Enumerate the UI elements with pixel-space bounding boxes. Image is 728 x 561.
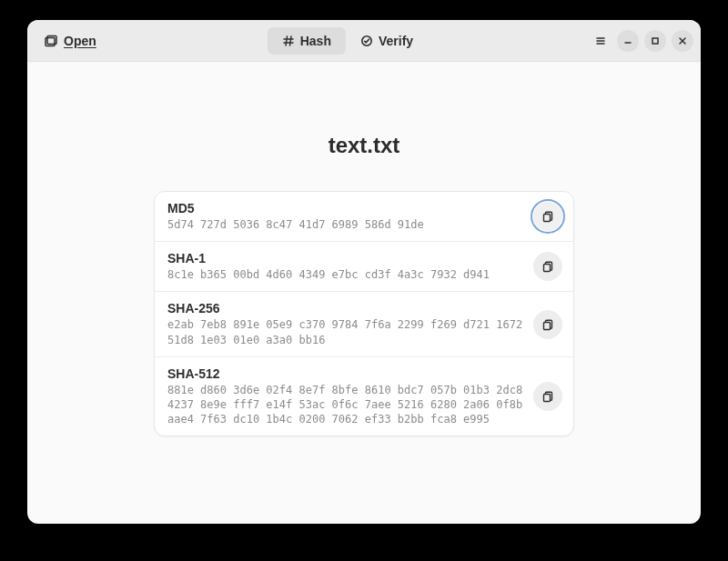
svg-rect-11 — [652, 38, 658, 44]
hash-row-sha256: SHA-256 e2ab 7eb8 891e 05e9 c370 9784 7f… — [155, 292, 573, 356]
copy-button-md5[interactable] — [533, 202, 562, 231]
tab-verify[interactable]: Verify — [346, 27, 428, 55]
menu-button[interactable] — [590, 30, 612, 52]
hash-row-sha512: SHA-512 881e d860 3d6e 02f4 8e7f 8bfe 86… — [155, 357, 573, 436]
svg-rect-17 — [544, 395, 551, 402]
mode-switcher: Hash Verify — [268, 27, 428, 55]
minimize-button[interactable] — [617, 30, 639, 52]
minimize-icon — [623, 36, 632, 45]
hash-list: MD5 5d74 727d 5036 8c47 41d7 6989 586d 9… — [154, 191, 574, 436]
copy-button-sha256[interactable] — [533, 310, 562, 339]
tab-hash[interactable]: Hash — [268, 27, 346, 55]
svg-rect-16 — [544, 322, 551, 329]
close-button[interactable] — [672, 30, 693, 52]
tab-verify-label: Verify — [379, 34, 413, 48]
algo-name: SHA-256 — [167, 301, 524, 316]
close-icon — [678, 36, 687, 45]
maximize-button[interactable] — [644, 30, 666, 52]
verify-icon — [360, 35, 373, 47]
header-bar: Open Hash — [27, 20, 701, 62]
hash-value: 881e d860 3d6e 02f4 8e7f 8bfe 8610 bdc7 … — [167, 383, 524, 427]
copy-icon — [541, 390, 554, 403]
hash-row-md5: MD5 5d74 727d 5036 8c47 41d7 6989 586d 9… — [155, 192, 573, 242]
tab-hash-label: Hash — [300, 34, 331, 48]
filename-title: text.txt — [329, 133, 400, 158]
algo-name: MD5 — [167, 201, 524, 215]
svg-rect-15 — [544, 265, 551, 272]
algo-name: SHA-512 — [167, 366, 524, 381]
hash-value: 5d74 727d 5036 8c47 41d7 6989 586d 91de — [167, 217, 524, 232]
maximize-icon — [651, 36, 660, 45]
hash-value: 8c1e b365 00bd 4d60 4349 e7bc cd3f 4a3c … — [167, 267, 524, 282]
hash-icon — [282, 35, 295, 47]
main-content: text.txt MD5 5d74 727d 5036 8c47 41d7 69… — [27, 62, 701, 524]
hash-row-sha1: SHA-1 8c1e b365 00bd 4d60 4349 e7bc cd3f… — [155, 242, 573, 292]
app-window: Open Hash — [27, 20, 701, 524]
open-label: Open — [64, 34, 96, 48]
algo-name: SHA-1 — [167, 251, 524, 265]
hash-value: e2ab 7eb8 891e 05e9 c370 9784 7f6a 2299 … — [167, 317, 524, 346]
copy-button-sha1[interactable] — [533, 252, 562, 281]
svg-line-4 — [286, 36, 288, 45]
copy-icon — [541, 260, 554, 273]
open-button[interactable]: Open — [35, 28, 106, 54]
svg-rect-14 — [544, 215, 551, 222]
copy-button-sha512[interactable] — [533, 382, 562, 411]
hamburger-icon — [594, 35, 607, 47]
copy-icon — [541, 318, 554, 331]
svg-line-5 — [289, 36, 291, 45]
copy-icon — [541, 210, 554, 223]
open-file-icon — [44, 34, 58, 48]
